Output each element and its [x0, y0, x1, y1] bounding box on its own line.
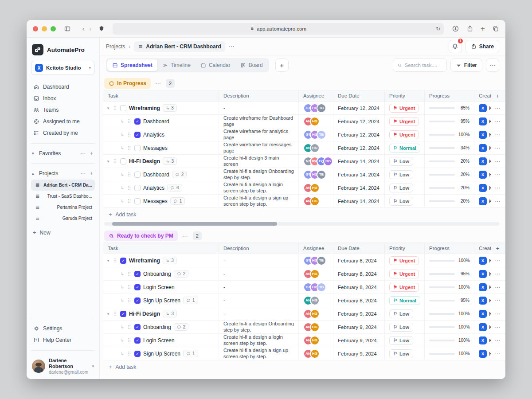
expand-chevron-icon[interactable]: ▾ — [106, 312, 110, 316]
notifications-button[interactable]: 1 — [449, 40, 462, 53]
assignee-avatar[interactable]: HG — [310, 296, 320, 305]
drag-handle-icon[interactable] — [127, 118, 132, 124]
task-row[interactable]: ↳ Analytics 6 Create hi-fi a design a lo… — [103, 181, 505, 195]
task-badge[interactable]: ↳ 3 — [163, 257, 177, 264]
tab-overview-icon[interactable] — [492, 25, 499, 32]
task-badge[interactable]: 1 — [183, 297, 198, 304]
column-header-created[interactable]: Created — [474, 243, 491, 254]
share-button[interactable]: Share — [466, 40, 499, 53]
priority-badge[interactable]: ⚑Urgent — [389, 283, 419, 292]
task-row[interactable]: ↳ ✓ Login Screen - GTHGTB February 8, 20… — [103, 281, 505, 294]
drag-handle-icon[interactable] — [113, 258, 117, 263]
column-header-priority[interactable]: Priority — [384, 90, 424, 101]
filter-button[interactable]: Filter — [450, 59, 482, 72]
row-more-button[interactable]: ⋯ — [491, 321, 504, 333]
task-checkbox[interactable]: ✓ — [134, 284, 141, 290]
priority-badge[interactable]: ⚑Urgent — [389, 104, 419, 113]
drag-handle-icon[interactable] — [127, 271, 132, 277]
assignee-avatar[interactable]: TB — [317, 170, 326, 180]
task-checkbox[interactable]: ✓ — [134, 118, 141, 125]
drag-handle-icon[interactable] — [127, 324, 132, 330]
sidebar-toggle-icon[interactable] — [64, 25, 71, 32]
tab-spreadsheet[interactable]: Spreadsheet — [107, 59, 157, 71]
column-header-progress[interactable]: Progress — [424, 90, 474, 101]
task-badge[interactable]: 2 — [174, 323, 189, 331]
expand-chevron-icon[interactable]: ▾ — [106, 106, 110, 110]
close-window-button[interactable] — [33, 26, 38, 31]
task-row[interactable]: ↳ ✓ Sign Up Screen 1 Create hi-fi a desi… — [103, 347, 505, 360]
sidebar-item-assigned-to-me[interactable]: Assigned to me — [31, 116, 95, 127]
priority-badge[interactable]: ⚐Low — [389, 349, 413, 358]
assignee-avatar[interactable]: HG — [310, 322, 320, 332]
drag-handle-icon[interactable] — [113, 311, 117, 317]
tab-board[interactable]: Board — [235, 59, 268, 71]
more-icon[interactable]: ⋯ — [229, 43, 235, 50]
priority-badge[interactable]: ⚐Low — [389, 197, 413, 206]
priority-badge[interactable]: ⚐Low — [389, 336, 413, 345]
task-checkbox[interactable]: ✓ — [120, 258, 126, 264]
row-more-button[interactable]: ⋯ — [491, 254, 504, 267]
tab-timeline[interactable]: Timeline — [157, 59, 196, 71]
priority-badge[interactable]: ⚐Low — [389, 309, 413, 318]
row-more-button[interactable]: ⋯ — [491, 267, 504, 280]
drag-handle-icon[interactable] — [127, 145, 132, 151]
workspace-selector[interactable]: X Keitoto Studio ▾ — [31, 61, 95, 75]
search-task-box[interactable] — [393, 59, 447, 72]
breadcrumb-root[interactable]: Projects — [106, 43, 125, 50]
task-checkbox[interactable] — [134, 172, 141, 178]
row-more-button[interactable]: ⋯ — [491, 168, 504, 181]
row-more-button[interactable]: ⋯ — [491, 102, 504, 114]
column-header-progress[interactable]: Progress — [424, 243, 474, 254]
forward-button[interactable]: › — [89, 25, 91, 32]
task-checkbox[interactable] — [120, 105, 126, 111]
task-badge[interactable]: 1 — [183, 350, 198, 357]
drag-handle-icon[interactable] — [113, 105, 117, 111]
sidebar-item-help-center[interactable]: Help Center — [31, 334, 95, 346]
priority-badge[interactable]: ⚑Urgent — [389, 130, 419, 139]
horizontal-scrollbar[interactable] — [104, 222, 499, 226]
status-badge[interactable]: In Progress — [104, 78, 151, 89]
task-badge[interactable]: ↳ 3 — [163, 104, 177, 112]
column-header-task[interactable]: Task — [103, 243, 219, 254]
task-checkbox[interactable]: ✓ — [134, 271, 141, 277]
projects-group-header[interactable]: ▴ Projects ⋯ + — [31, 168, 95, 179]
task-row[interactable]: ↳ Messages 1 Create hi-fi a design a sig… — [103, 195, 505, 208]
url-bar[interactable]: app.automatepro.com ↻ — [113, 23, 444, 35]
task-row[interactable]: ↳ ✓ Sign Up Screen 1 - ANHG February 8, … — [103, 294, 505, 307]
drag-handle-icon[interactable] — [127, 172, 132, 177]
priority-badge[interactable]: ⚑Urgent — [389, 256, 419, 265]
drag-handle-icon[interactable] — [127, 297, 132, 303]
reload-icon[interactable]: ↻ — [436, 26, 440, 32]
task-badge[interactable]: 2 — [172, 171, 187, 178]
shield-icon[interactable] — [98, 25, 105, 32]
scrollbar-thumb[interactable] — [112, 222, 277, 226]
back-button[interactable]: ‹ — [82, 25, 85, 32]
toolbar-more-button[interactable]: ⋯ — [486, 59, 499, 72]
minimize-window-button[interactable] — [42, 26, 47, 31]
column-header-task[interactable]: Task — [103, 90, 219, 101]
task-row[interactable]: ↳ ✓ Onboarding 2 Create hi-fi a design O… — [103, 321, 505, 334]
row-more-button[interactable]: ⋯ — [491, 195, 504, 207]
add-icon[interactable]: + — [89, 150, 94, 156]
task-checkbox[interactable]: ✓ — [134, 324, 141, 330]
sidebar-item-inbox[interactable]: Inbox — [31, 93, 95, 104]
more-icon[interactable]: ⋯ — [79, 150, 86, 156]
sidebar-project-item[interactable]: ≣ Garuda Project — [31, 213, 95, 224]
drag-handle-icon[interactable] — [127, 284, 132, 290]
new-project-button[interactable]: + New — [31, 229, 95, 236]
sidebar-item-settings[interactable]: Settings — [31, 323, 95, 334]
priority-badge[interactable]: ⚐Low — [389, 170, 413, 179]
task-checkbox[interactable]: ✓ — [134, 132, 141, 138]
column-header-description[interactable]: Description — [219, 90, 298, 101]
assignee-avatar[interactable]: HG — [310, 143, 320, 153]
row-more-button[interactable]: ⋯ — [491, 128, 504, 141]
task-row[interactable]: ↳ ✓ Dashboard Create wireframe for Dashb… — [103, 115, 505, 128]
assignee-avatar[interactable]: RO — [323, 156, 333, 166]
assignee-avatar[interactable]: HG — [310, 183, 320, 193]
assignee-avatar[interactable]: TB — [317, 256, 326, 266]
search-input[interactable] — [405, 63, 442, 68]
priority-badge[interactable]: ⚐Low — [389, 157, 413, 166]
add-icon[interactable]: + — [89, 170, 94, 176]
sidebar-item-dashboard[interactable]: Dashboard — [31, 81, 95, 93]
drag-handle-icon[interactable] — [127, 132, 132, 137]
